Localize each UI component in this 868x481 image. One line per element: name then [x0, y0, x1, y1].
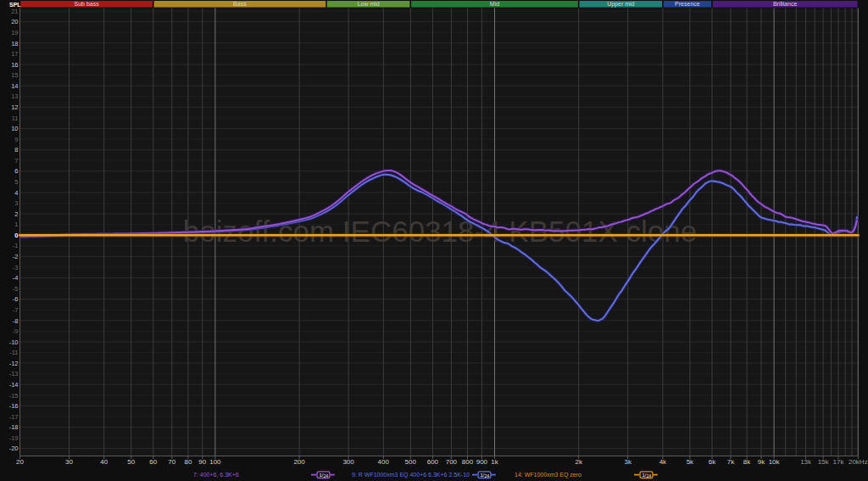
svg-text:9: 9 [14, 136, 18, 143]
svg-text:19: 19 [11, 29, 18, 36]
svg-text:18: 18 [11, 40, 18, 48]
svg-text:boizoff.com IEC60318-4 KB501X: boizoff.com IEC60318-4 KB501X clone [183, 215, 697, 248]
svg-text:8k: 8k [743, 458, 751, 466]
svg-text:2: 2 [14, 210, 18, 218]
svg-text:Presence: Presence [675, 1, 700, 7]
svg-text:-14: -14 [9, 381, 19, 389]
svg-text:-2: -2 [13, 253, 19, 260]
svg-text:-16: -16 [9, 402, 19, 410]
svg-text:Low mid: Low mid [358, 1, 380, 7]
svg-text:13k: 13k [800, 458, 812, 466]
svg-text:20: 20 [11, 18, 18, 25]
svg-text:1k: 1k [491, 458, 498, 466]
svg-text:2k: 2k [575, 458, 582, 466]
svg-text:10k: 10k [769, 458, 781, 466]
svg-text:-9: -9 [13, 327, 19, 335]
svg-text:300: 300 [342, 458, 354, 466]
svg-text:90: 90 [198, 458, 206, 466]
svg-text:7: 400+6, 6.3K+6: 7: 400+6, 6.3K+6 [193, 472, 239, 478]
svg-text:1: 1 [14, 221, 18, 228]
svg-text:-8: -8 [13, 317, 19, 325]
svg-text:Bass: Bass [233, 1, 247, 7]
svg-text:-5: -5 [13, 285, 19, 293]
svg-text:20: 20 [16, 458, 24, 466]
svg-text:3: 3 [14, 199, 18, 207]
svg-text:80: 80 [184, 458, 192, 466]
svg-text:-10: -10 [9, 338, 19, 346]
svg-text:50: 50 [127, 458, 135, 466]
svg-text:-3: -3 [13, 264, 19, 271]
svg-text:11: 11 [12, 115, 19, 122]
svg-text:3k: 3k [624, 458, 632, 466]
svg-text:6: 6 [14, 167, 18, 175]
svg-text:700: 700 [446, 458, 458, 466]
svg-text:15k: 15k [818, 458, 830, 466]
svg-text:6k: 6k [709, 458, 716, 466]
svg-text:0: 0 [14, 232, 18, 239]
svg-text:-19: -19 [9, 434, 19, 442]
svg-text:4k: 4k [659, 458, 667, 466]
svg-text:-20: -20 [9, 445, 19, 452]
svg-text:Upper mid: Upper mid [607, 1, 634, 8]
svg-text:17k: 17k [833, 458, 845, 466]
svg-text:7: 7 [14, 157, 18, 165]
svg-text:900: 900 [476, 458, 488, 466]
svg-text:24: 24 [647, 474, 652, 478]
svg-text:-4: -4 [13, 274, 19, 282]
svg-text:9: R WF1000xm3 EQ 400+6 6.3K+6: 9: R WF1000xm3 EQ 400+6 6.3K+6 2.5K-10 [352, 472, 470, 478]
svg-text:-7: -7 [13, 306, 19, 314]
svg-text:Brilliance: Brilliance [773, 1, 798, 7]
svg-text:-17: -17 [9, 413, 19, 421]
svg-text:8: 8 [14, 146, 18, 154]
svg-text:24: 24 [324, 474, 329, 478]
svg-text:-1: -1 [13, 242, 19, 249]
svg-text:7k: 7k [727, 458, 735, 466]
svg-text:400: 400 [378, 458, 390, 466]
svg-text:17: 17 [11, 50, 18, 58]
svg-text:-18: -18 [9, 423, 19, 431]
svg-text:500: 500 [405, 458, 417, 466]
svg-text:15: 15 [11, 71, 18, 79]
svg-text:5k: 5k [687, 458, 694, 466]
svg-text:Mid: Mid [490, 1, 499, 7]
svg-text:13: 13 [11, 92, 18, 100]
svg-text:100: 100 [209, 458, 221, 466]
svg-text:-6: -6 [13, 295, 19, 303]
svg-text:60: 60 [149, 458, 157, 466]
svg-text:9k: 9k [758, 458, 765, 466]
svg-text:4: 4 [14, 189, 18, 197]
svg-text:30: 30 [65, 458, 73, 466]
svg-text:800: 800 [462, 458, 474, 466]
svg-text:Sub bass: Sub bass [75, 1, 100, 7]
svg-text:40: 40 [100, 458, 108, 466]
svg-text:21: 21 [11, 8, 18, 15]
svg-text:14: WF1000xm3 EQ zero: 14: WF1000xm3 EQ zero [515, 472, 581, 478]
svg-text:70: 70 [168, 458, 175, 466]
svg-text:-15: -15 [9, 392, 19, 400]
svg-text:14: 14 [11, 82, 18, 90]
svg-text:16: 16 [11, 61, 18, 69]
svg-text:-13: -13 [9, 370, 19, 378]
svg-text:5: 5 [14, 178, 18, 186]
svg-text:200: 200 [293, 458, 305, 466]
svg-text:10: 10 [11, 125, 18, 132]
svg-text:600: 600 [427, 458, 439, 466]
svg-text:-11: -11 [9, 349, 18, 356]
svg-text:20kHz: 20kHz [849, 458, 868, 466]
svg-text:24: 24 [485, 474, 490, 478]
svg-text:-12: -12 [9, 360, 19, 367]
svg-text:SPL: SPL [9, 2, 21, 8]
svg-text:12: 12 [11, 103, 18, 111]
